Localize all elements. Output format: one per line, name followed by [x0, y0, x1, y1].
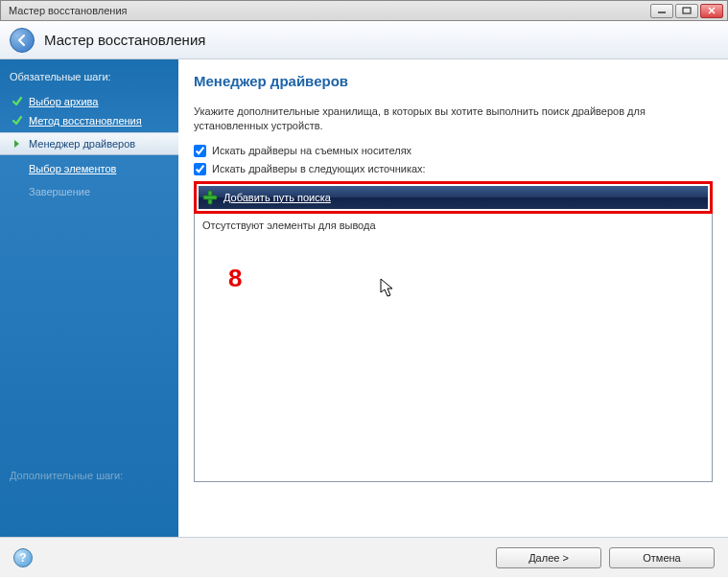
svg-rect-1 [683, 8, 691, 13]
annotation-number: 8 [228, 264, 242, 293]
arrow-right-icon [12, 138, 23, 150]
sidebar-section-required: Обязательные шаги: [10, 71, 169, 82]
sources-list: Отсутствуют элементы для вывода [194, 214, 713, 482]
window-titlebar: Мастер восстановления [0, 0, 728, 21]
sidebar-item-label: Менеджер драйверов [29, 138, 135, 150]
maximize-button[interactable] [675, 4, 698, 18]
add-search-path-button[interactable]: Добавить путь поиска [199, 186, 708, 209]
checkbox-label: Искать драйверы в следующих источниках: [212, 163, 426, 174]
sidebar-section-optional: Дополнительные шаги: [10, 470, 169, 481]
back-button[interactable] [10, 28, 35, 53]
help-button[interactable]: ? [13, 548, 33, 567]
sidebar-item-label: Выбор архива [29, 96, 98, 107]
minimize-button[interactable] [650, 4, 673, 18]
svg-rect-5 [203, 196, 217, 199]
page-title: Менеджер драйверов [194, 73, 713, 89]
sidebar-item-method[interactable]: Метод восстановления [10, 111, 169, 130]
sidebar-item-finish: Завершение [10, 182, 169, 201]
checkbox-input[interactable] [194, 163, 206, 175]
sidebar-item-drivers: Менеджер драйверов [0, 132, 178, 155]
instruction-text: Укажите дополнительные хранилища, в кото… [194, 104, 713, 133]
close-button[interactable] [700, 4, 723, 18]
cancel-button[interactable]: Отмена [609, 547, 715, 568]
footer: ? Далее > Отмена [0, 537, 728, 577]
check-icon [12, 96, 23, 107]
checkbox-input[interactable] [194, 145, 206, 157]
window-title: Мастер восстановления [5, 5, 650, 16]
header-title: Мастер восстановления [44, 32, 205, 48]
check-icon [12, 115, 23, 127]
sidebar: Обязательные шаги: Выбор архива Метод во… [0, 59, 178, 537]
empty-list-text: Отсутствуют элементы для вывода [202, 220, 376, 231]
arrow-left-icon [15, 34, 29, 47]
checkbox-sources[interactable]: Искать драйверы в следующих источниках: [194, 163, 713, 175]
sidebar-item-label: Метод восстановления [29, 115, 142, 127]
wizard-header: Мастер восстановления [0, 21, 728, 59]
annotation-highlight: Добавить путь поиска [194, 181, 713, 214]
plus-icon [202, 190, 218, 205]
add-path-label: Добавить путь поиска [223, 192, 331, 203]
sidebar-item-archive[interactable]: Выбор архива [10, 92, 169, 111]
checkbox-removable-media[interactable]: Искать драйверы на съемных носителях [194, 145, 713, 157]
main-panel: Менеджер драйверов Укажите дополнительны… [178, 59, 728, 537]
sidebar-item-label: Выбор элементов [29, 163, 116, 174]
sidebar-item-label: Завершение [29, 186, 90, 197]
next-button[interactable]: Далее > [496, 547, 601, 568]
sidebar-item-elements[interactable]: Выбор элементов [10, 159, 169, 178]
checkbox-label: Искать драйверы на съемных носителях [212, 145, 411, 156]
